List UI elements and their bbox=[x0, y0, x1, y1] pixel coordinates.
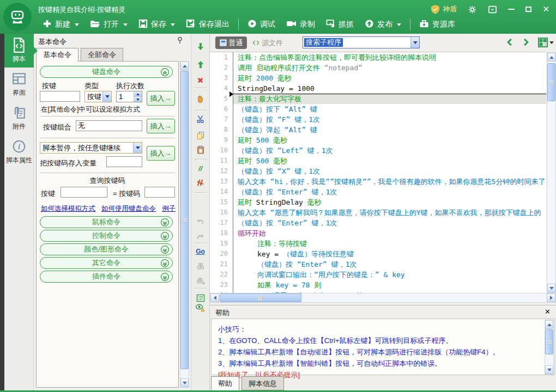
minimize-button[interactable] bbox=[508, 9, 515, 10]
script-list-icon[interactable] bbox=[195, 292, 206, 303]
chevron-down-icon[interactable] bbox=[410, 37, 419, 48]
code-line-20[interactable]: 20key = （键盘）等待按任意键 bbox=[210, 249, 546, 259]
code-line-3[interactable]: 3延时 2000 毫秒 bbox=[210, 73, 546, 83]
sidebar-item-attachment[interactable]: 附件 bbox=[4, 101, 34, 135]
move-down-icon[interactable] bbox=[195, 41, 206, 52]
pause-select[interactable]: 脚本暂停，按任意键继续 bbox=[40, 142, 142, 154]
uncomment-icon[interactable] bbox=[195, 177, 206, 188]
code-line-19[interactable]: 19注释：等待按键 bbox=[210, 238, 546, 249]
section-bar-1[interactable]: 鼠标命令 bbox=[40, 216, 173, 228]
toolbar-new-button[interactable]: 新建 bbox=[37, 19, 84, 30]
query-code-input[interactable] bbox=[144, 187, 175, 198]
code-line-8[interactable]: 8（键盘）弹起 “Alt” 键 bbox=[210, 125, 546, 135]
panel-scrollbar-thumb[interactable] bbox=[180, 71, 189, 369]
expand-icon[interactable] bbox=[160, 231, 170, 244]
chevron-down-icon[interactable] bbox=[171, 23, 175, 26]
spin-up-icon[interactable] bbox=[134, 91, 142, 97]
link-example[interactable]: 例子 bbox=[162, 204, 176, 213]
section-bar-3[interactable]: 颜色/图形命令 bbox=[40, 243, 173, 255]
prev-subroutine-icon[interactable] bbox=[506, 38, 513, 48]
bottom-tab-script-info[interactable]: 脚本信息 bbox=[241, 376, 284, 390]
mode-source-button[interactable]: 源文件 bbox=[252, 36, 283, 49]
code-line-5[interactable]: 5注释：最大化写字板 bbox=[210, 94, 546, 104]
layout-grid-button[interactable] bbox=[538, 38, 554, 47]
code-line-16[interactable]: 16输入文本 “愿意了解我吗？如果愿意，请你按下键盘上的Y键，如果不喜欢我，那就… bbox=[210, 207, 546, 218]
link-choose-simulation[interactable]: 如何选择模拟方式 bbox=[41, 204, 95, 213]
maximize-button[interactable] bbox=[525, 7, 531, 12]
code-line-15[interactable]: 15延时 StringDelay 毫秒 bbox=[210, 197, 546, 207]
key-input[interactable] bbox=[40, 91, 80, 102]
store-keycode-input[interactable] bbox=[106, 156, 142, 167]
expand-icon[interactable] bbox=[160, 259, 170, 271]
code-line-10[interactable]: 10（键盘）按 “Left” 键，1次 bbox=[210, 145, 546, 156]
code-line-7[interactable]: 7（键盘）按 “F” 键，1次 bbox=[210, 114, 546, 125]
code-line-22[interactable]: 22向调试窗口输出：“用户按下的键是：” & key bbox=[210, 270, 546, 280]
toolbar-record-button[interactable]: 录制 bbox=[281, 20, 321, 29]
code-line-11[interactable]: 11延时 500 毫秒 bbox=[210, 156, 546, 166]
scroll-down-icon[interactable] bbox=[180, 378, 189, 387]
sidebar-item-ui[interactable]: 界面 bbox=[4, 68, 34, 101]
chevron-down-icon[interactable] bbox=[123, 23, 128, 26]
syntax-check-icon[interactable] bbox=[195, 302, 206, 313]
query-key-input[interactable] bbox=[61, 187, 107, 198]
code-line-1[interactable]: 1注释：点击编辑界面的注释按钮，即可看到比较详细的脚本说明 bbox=[210, 52, 546, 63]
toolbar-resources-button[interactable]: 资源库 bbox=[414, 19, 461, 30]
pin-icon[interactable] bbox=[177, 36, 183, 46]
move-up-icon[interactable] bbox=[195, 59, 206, 70]
insert-pause-button[interactable]: 插入→ bbox=[147, 146, 175, 161]
help-scrollbar-thumb[interactable] bbox=[545, 329, 553, 354]
toolbar-save-button[interactable]: 保存 bbox=[133, 19, 180, 30]
help-scrollbar[interactable] bbox=[545, 320, 554, 375]
scroll-up-icon[interactable] bbox=[545, 320, 553, 329]
copy-icon[interactable] bbox=[195, 130, 206, 141]
code-line-21[interactable]: 21（键盘）按 “Enter” 键，1次 bbox=[210, 259, 546, 270]
expand-icon[interactable] bbox=[160, 218, 170, 230]
toolbar-capture-button[interactable]: 抓抓 bbox=[321, 19, 359, 30]
toolbar-open-button[interactable]: 打开 bbox=[84, 20, 133, 30]
tab-basic-commands[interactable]: 基本命令 bbox=[36, 48, 78, 62]
toolbar-publish-button[interactable]: 发布 bbox=[359, 19, 407, 30]
find-icon[interactable] bbox=[195, 260, 206, 271]
spin-down-icon[interactable] bbox=[134, 97, 142, 102]
bottom-tab-help[interactable]: 帮助 bbox=[211, 376, 239, 390]
code-area[interactable]: 1注释：点击编辑界面的注释按钮，即可看到比较详细的脚本说明2调用 启动程序或打开… bbox=[210, 52, 546, 293]
undo-icon[interactable] bbox=[195, 216, 206, 227]
count-stepper[interactable]: 1 bbox=[116, 91, 142, 102]
minimize-to-tray-button[interactable] bbox=[488, 5, 497, 14]
chevron-down-icon[interactable] bbox=[397, 23, 401, 26]
section-bar-4[interactable]: 其它命令 bbox=[40, 257, 173, 269]
editor-vscrollbar-thumb[interactable] bbox=[547, 63, 555, 101]
scroll-left-icon[interactable] bbox=[210, 293, 219, 302]
tab-all-commands[interactable]: 全部命令 bbox=[81, 48, 123, 61]
code-line-4[interactable]: 4StringDelay = 1000 bbox=[210, 83, 546, 94]
expand-icon[interactable] bbox=[160, 245, 170, 258]
editor-hscrollbar-thumb[interactable] bbox=[220, 293, 301, 302]
toolbar-debug-button[interactable]: 调试 bbox=[242, 19, 281, 30]
chevron-down-icon[interactable] bbox=[75, 23, 79, 26]
settings-button[interactable] bbox=[468, 5, 477, 14]
next-subroutine-icon[interactable] bbox=[522, 38, 530, 48]
code-line-17[interactable]: 17（键盘）按 “Enter” 键，1次 bbox=[210, 218, 546, 228]
pause-hand-icon[interactable] bbox=[195, 94, 206, 105]
type-select[interactable]: 按键 bbox=[84, 91, 112, 102]
help-close-icon[interactable]: ✕ bbox=[545, 308, 551, 316]
section-keyboard-commands[interactable]: 键盘命令 bbox=[40, 66, 173, 78]
scroll-down-icon[interactable] bbox=[545, 365, 553, 374]
code-line-6[interactable]: 6（键盘）按下 “Alt” 键 bbox=[210, 104, 546, 114]
delete-line-icon[interactable] bbox=[195, 75, 206, 85]
scroll-right-icon[interactable] bbox=[547, 293, 555, 302]
code-line-18[interactable]: 18循环开始 bbox=[210, 228, 546, 238]
editor-hscrollbar[interactable] bbox=[210, 293, 556, 303]
code-line-13[interactable]: 13输入文本 “hi，你好，我是“”按键精灵“”，我是个很有趣的软件，如果你愿意… bbox=[210, 176, 546, 187]
section-bar-2[interactable]: 控制命令 bbox=[40, 230, 173, 242]
find-next-icon[interactable] bbox=[195, 275, 206, 286]
scroll-down-icon[interactable] bbox=[547, 284, 555, 292]
chevron-down-icon[interactable] bbox=[102, 91, 111, 102]
key-combo-input[interactable] bbox=[76, 120, 142, 131]
insert-combo-button[interactable]: 插入→ bbox=[147, 119, 175, 133]
shield-button[interactable]: 神盾 bbox=[431, 4, 457, 14]
sidebar-item-script[interactable]: 脚本 bbox=[4, 34, 34, 68]
cut-icon[interactable] bbox=[195, 114, 206, 125]
scroll-up-icon[interactable] bbox=[547, 53, 555, 62]
expand-icon[interactable] bbox=[160, 272, 170, 285]
